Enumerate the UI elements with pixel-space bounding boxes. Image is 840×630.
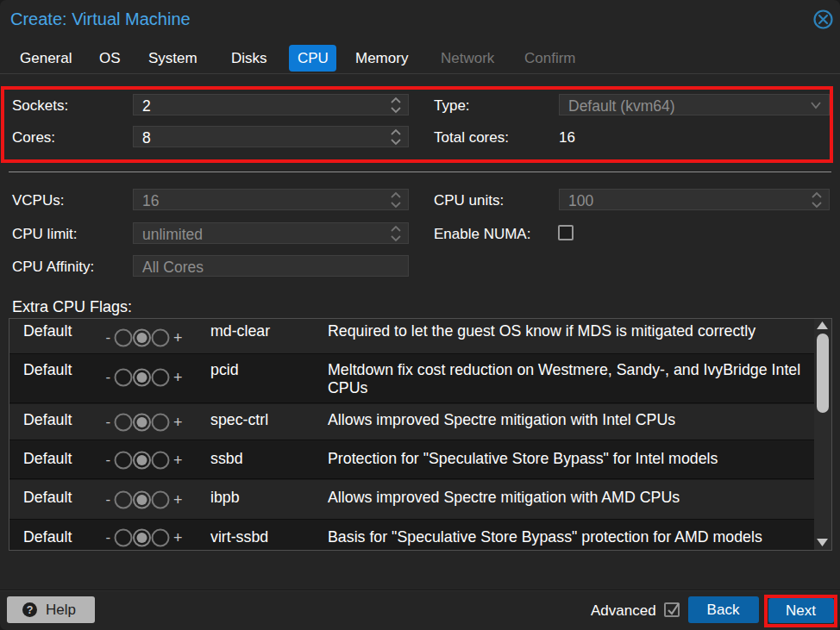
svg-text:-: - — [106, 329, 111, 346]
svg-text:-: - — [106, 529, 111, 546]
svg-text:+: + — [173, 414, 183, 431]
svg-text:+: + — [173, 329, 183, 346]
svg-text:-: - — [106, 491, 111, 508]
svg-text:+: + — [173, 491, 183, 508]
svg-text:+: + — [173, 452, 183, 469]
svg-text:+: + — [173, 529, 183, 546]
svg-text:+: + — [173, 369, 183, 386]
svg-text:-: - — [106, 369, 111, 385]
svg-text:?: ? — [27, 604, 34, 616]
svg-text:-: - — [106, 414, 111, 430]
svg-text:-: - — [106, 452, 111, 468]
